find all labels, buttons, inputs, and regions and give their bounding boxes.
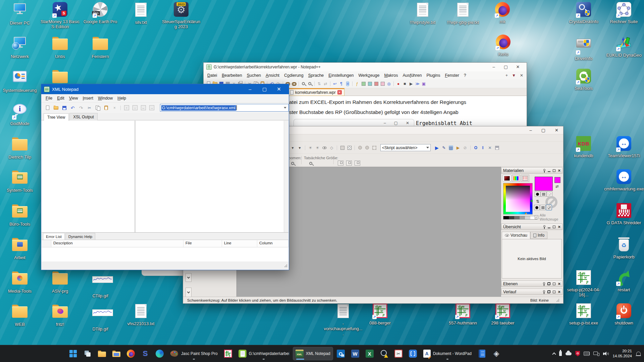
ndown-icon[interactable]: ↓ [131, 104, 139, 111]
sync1-icon[interactable]: ⇅ [316, 81, 322, 86]
playall-icon[interactable]: ≫ [415, 81, 420, 86]
taskbar-button-clockwarn[interactable] [377, 347, 391, 360]
chevron-down-icon[interactable] [426, 147, 429, 148]
edit-script-icon[interactable]: ✎ [441, 145, 447, 150]
toolbar-overflow-button[interactable] [185, 273, 192, 282]
desktop-icon[interactable]: Büro-Tools [0, 203, 40, 227]
desktop-icon[interactable]: CTilp.gif [80, 270, 120, 299]
wrap-icon[interactable]: ↩ [332, 81, 338, 86]
minimize-button[interactable]: – [384, 121, 386, 125]
close-button[interactable]: ✕ [406, 121, 409, 125]
notepadpp-menu-sprache[interactable]: Sprache [306, 73, 326, 78]
desktop-icon[interactable]: Arbeit [0, 237, 40, 260]
cancel-icon[interactable]: ✕ [487, 145, 493, 150]
tree-view-pane[interactable] [42, 121, 135, 232]
tab-list-button[interactable]: ▼ [512, 73, 516, 78]
notepadpp-menu-bearbeiten[interactable]: Bearbeiten [219, 73, 244, 78]
taskbar-button-s-letter[interactable]: S [139, 347, 152, 360]
script-output-toggle-icon[interactable]: ▤ [448, 145, 454, 150]
notepadpp-menu-?[interactable]: ? [462, 73, 469, 78]
desktop-icon[interactable]: ↔↗TeamViewer15Ti [604, 136, 644, 159]
close-icon[interactable]: × [558, 282, 560, 286]
avatar-1-icon[interactable] [357, 145, 363, 150]
tab-tree-view[interactable]: Tree View [44, 113, 69, 121]
zoomout-icon[interactable] [307, 81, 313, 86]
paste-icon[interactable] [103, 104, 110, 111]
savem-icon[interactable]: ▣ [421, 81, 427, 86]
xml-notepad-menu-help[interactable]: Help [115, 96, 128, 101]
actual-size-icon[interactable] [308, 161, 314, 166]
avatar-frame-icon[interactable] [371, 145, 377, 150]
close-icon[interactable]: × [558, 225, 560, 229]
tab-rainbow[interactable] [512, 175, 520, 182]
taskbar-button-wordpad[interactable]: ADokument - WordPad [421, 347, 474, 360]
minimize-button[interactable]: – [488, 63, 500, 71]
rec-icon[interactable]: ● [395, 81, 401, 86]
wordpad-window-fragment[interactable]: – ▢ ✕ [293, 119, 414, 126]
desktop-icon[interactable]: DTilp.gif [80, 303, 120, 332]
pin-icon[interactable] [543, 169, 545, 171]
desktop-icon[interactable]: ↗mk [482, 2, 523, 24]
value-pane[interactable] [136, 121, 284, 232]
taskbar-button-npp[interactable]: G:\cmh\wprdaten\arbei [236, 347, 292, 360]
desktop-icon[interactable]: ↗Kerio [483, 35, 523, 57]
dropdown-icon[interactable]: ▾ [297, 145, 303, 150]
notepadpp-menu-werkzeuge[interactable]: Werkzeuge [356, 73, 382, 78]
foreground-color-swatch[interactable] [535, 177, 553, 191]
close-button[interactable]: ✕ [272, 84, 286, 94]
cascade-icon[interactable] [547, 290, 550, 293]
solid-color-button[interactable] [535, 191, 540, 197]
layers-panel-header[interactable]: Ebenen × [501, 281, 562, 287]
speaker-icon[interactable] [603, 352, 609, 356]
desktop-icon[interactable]: vhs221013.txt [121, 303, 161, 326]
desktop-icon[interactable]: Dieser PC [0, 2, 40, 26]
desktop-icon[interactable]: ↗Rechner Suite [604, 2, 644, 24]
desktop-icon[interactable]: KDB↗kundendb [564, 136, 604, 159]
taskbar-button-psp[interactable]: Jasc Paint Shop Pro [167, 347, 220, 360]
desktop-icon[interactable]: !!!wpr-gbg-pw.txt [443, 2, 483, 25]
red-eye-icon[interactable] [322, 145, 327, 150]
replace-icon[interactable] [291, 81, 297, 86]
run-script-icon[interactable]: ▶ [434, 145, 440, 150]
desktop-icon[interactable]: Dietrich Tilp [0, 136, 40, 160]
desktop-icon[interactable]: 2023⚙SteuerSparErklärung 2023 [161, 2, 201, 29]
desktop-icon[interactable]: ★S↗StarMoney 13 Basic S-Edition [40, 2, 80, 29]
close-icon[interactable]: × [558, 168, 560, 173]
new-icon[interactable] [44, 104, 51, 111]
column-header-file[interactable]: File [183, 240, 222, 247]
open-icon[interactable] [52, 104, 59, 111]
nup-icon[interactable]: ↑ [123, 104, 130, 111]
desktop-icon[interactable]: Netzwerk [0, 36, 40, 59]
cascade-icon[interactable] [547, 282, 550, 285]
taskbar-button-excel[interactable]: X [363, 347, 376, 360]
fit-image-icon[interactable] [346, 161, 352, 166]
desktop-icon[interactable]: ↗SeaTools [564, 69, 604, 91]
tray-overflow-icon[interactable] [552, 352, 556, 356]
play-icon[interactable]: ▶ [408, 81, 414, 86]
taskbar-button-cmwp[interactable]: cmwp [221, 347, 235, 360]
desktop-icon[interactable]: ↗shutdown [604, 303, 644, 326]
column-header-description[interactable]: Description [51, 240, 183, 247]
desktop-icon[interactable]: Media-Tools [0, 270, 40, 294]
close-icon[interactable]: × [558, 290, 560, 294]
close-tab-button[interactable]: ✕ [520, 73, 523, 78]
tab-info[interactable]: Info [530, 232, 547, 239]
redo-icon[interactable]: ↷ [77, 104, 85, 111]
notepadpp-menu-ausfhren[interactable]: Ausführen [400, 73, 424, 78]
fit-window-icon[interactable] [338, 161, 343, 166]
xml-notepad-menu-view[interactable]: View [67, 96, 80, 101]
zoom-tool-icon[interactable] [290, 161, 296, 166]
pattern-button[interactable] [540, 205, 546, 210]
minimize-icon[interactable] [548, 171, 550, 172]
save-recording-icon[interactable] [494, 145, 500, 150]
desktop-icon[interactable]: ASV-prg [40, 270, 80, 294]
tab-dynamic-help[interactable]: Dynamic Help [65, 233, 96, 240]
notepadpp-menu-plugins[interactable]: Plugins [424, 73, 442, 78]
taskbar-button-explorer[interactable] [95, 347, 109, 360]
taskbar-button-outlook[interactable]: O [334, 347, 347, 360]
nleft-icon[interactable]: ← [140, 104, 147, 111]
notepadpp-menu-ansicht[interactable]: Ansicht [263, 73, 282, 78]
desktop-icon[interactable]: ↗DriveInfo [564, 36, 604, 61]
desktop-icon[interactable]: cmwp↗088-berger [360, 303, 400, 326]
tab-color-frame[interactable] [503, 175, 511, 182]
